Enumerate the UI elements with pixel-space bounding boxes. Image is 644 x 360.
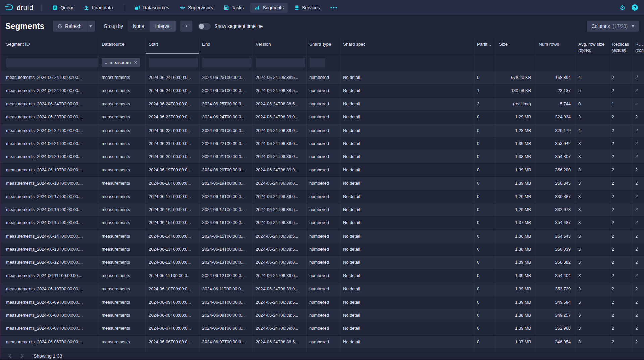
cell-segment-id[interactable]: measurements_2024-06-16T00:00:00....: [3, 203, 99, 216]
cell-end[interactable]: 2024-06-10T00:00:0...: [199, 296, 253, 309]
cell-num-rows[interactable]: 354,404: [536, 269, 576, 282]
cell-start[interactable]: 2024-06-24T00:00:0...: [146, 98, 199, 110]
cell-num-rows[interactable]: 352,968: [536, 322, 576, 335]
table-row[interactable]: measurements_2024-06-08T00:00:00.... mea…: [0, 309, 644, 322]
cell-shard-spec[interactable]: No detail: [340, 243, 474, 256]
cell-datasource[interactable]: measurements: [99, 137, 146, 150]
cell-start[interactable]: 2024-06-21T00:00:0...: [146, 137, 199, 150]
cell-size[interactable]: 1.39 MB: [496, 256, 536, 269]
cell-num-rows[interactable]: 320,179: [536, 124, 576, 137]
table-row[interactable]: measurements_2024-06-17T00:00:00.... mea…: [0, 190, 644, 203]
cell-size[interactable]: 1.39 MB: [496, 164, 536, 176]
cell-replication-factor[interactable]: 2: [633, 309, 644, 322]
table-row[interactable]: measurements_2024-06-19T00:00:00.... mea…: [0, 164, 644, 177]
cell-shard-spec[interactable]: No detail: [340, 256, 474, 269]
cell-shard-type[interactable]: numbered: [307, 111, 340, 123]
cell-datasource[interactable]: measurements: [99, 269, 146, 282]
cell-version[interactable]: 2024-06-24T06:39:0...: [253, 256, 307, 269]
cell-partition[interactable]: 0: [474, 124, 496, 137]
cell-replication-factor[interactable]: 2: [633, 71, 644, 84]
cell-partition[interactable]: 0: [474, 322, 496, 335]
cell-shard-type[interactable]: numbered: [307, 137, 340, 150]
cell-partition[interactable]: 0: [474, 269, 496, 282]
cell-num-rows[interactable]: 5,744: [536, 98, 576, 110]
cell-version[interactable]: 2024-06-24T06:39:0...: [253, 269, 307, 282]
cell-datasource[interactable]: measurements: [99, 124, 146, 137]
cell-partition[interactable]: 0: [474, 150, 496, 163]
cell-shard-spec[interactable]: No detail: [340, 84, 474, 97]
cell-version[interactable]: 2024-06-24T06:38:5...: [253, 71, 307, 84]
help-icon[interactable]: ?: [632, 4, 638, 11]
cell-start[interactable]: 2024-06-14T00:00:0...: [146, 230, 199, 243]
table-row[interactable]: measurements_2024-06-09T00:00:00.... mea…: [0, 296, 644, 309]
cell-shard-type[interactable]: numbered: [307, 269, 340, 282]
cell-segment-id[interactable]: measurements_2024-06-14T00:00:00....: [3, 230, 99, 243]
cell-datasource[interactable]: measurements: [99, 309, 146, 322]
cell-replication-factor[interactable]: 2: [633, 150, 644, 163]
cell-shard-spec[interactable]: No detail: [340, 164, 474, 176]
cell-shard-type[interactable]: numbered: [307, 282, 340, 295]
header-end[interactable]: End: [199, 37, 253, 54]
cell-shard-type[interactable]: numbered: [307, 243, 340, 256]
cell-replicas[interactable]: 2: [609, 137, 633, 150]
cell-start[interactable]: 2024-06-11T00:00:0...: [146, 269, 199, 282]
cell-partition[interactable]: 0: [474, 230, 496, 243]
cell-shard-type[interactable]: numbered: [307, 322, 340, 335]
cell-replication-factor[interactable]: 2: [633, 322, 644, 335]
table-row[interactable]: measurements_2024-06-24T00:00:00.... mea…: [0, 98, 644, 111]
cell-avg-row-size[interactable]: 3: [576, 111, 609, 123]
header-shard-spec[interactable]: Shard spec: [340, 37, 474, 54]
cell-shard-type[interactable]: numbered: [307, 150, 340, 163]
cell-avg-row-size[interactable]: 3: [576, 137, 609, 150]
cell-shard-spec[interactable]: No detail: [340, 230, 474, 243]
cell-avg-row-size[interactable]: 3: [576, 230, 609, 243]
cell-version[interactable]: 2024-06-24T06:38:5...: [253, 336, 307, 348]
cell-num-rows[interactable]: 349,594: [536, 296, 576, 309]
cell-replicas[interactable]: 2: [609, 216, 633, 229]
cell-replicas[interactable]: 2: [609, 322, 633, 335]
cell-segment-id[interactable]: measurements_2024-06-05T00:00:00....: [3, 349, 99, 352]
more-options-button[interactable]: [180, 21, 192, 32]
nav-item-supervisors[interactable]: Supervisors: [176, 3, 217, 13]
cell-replication-factor[interactable]: 2: [633, 124, 644, 137]
cell-replicas[interactable]: 2: [609, 230, 633, 243]
cell-segment-id[interactable]: measurements_2024-06-24T00:00:00....: [3, 98, 99, 110]
cell-size[interactable]: 1.39 MB: [496, 282, 536, 295]
cell-replication-factor[interactable]: 2: [633, 84, 644, 97]
cell-segment-id[interactable]: measurements_2024-06-24T00:00:00....: [3, 84, 99, 97]
header-replication-factor[interactable]: Replication factor (configured): [633, 37, 644, 54]
filter-end-input[interactable]: [202, 57, 252, 68]
cell-replication-factor[interactable]: 2: [633, 230, 644, 243]
header-version[interactable]: Version: [253, 37, 307, 54]
cell-segment-id[interactable]: measurements_2024-06-17T00:00:00....: [3, 190, 99, 203]
cell-replication-factor[interactable]: 2: [633, 111, 644, 123]
cell-end[interactable]: 2024-06-21T00:00:0...: [199, 150, 253, 163]
cell-datasource[interactable]: measurements: [99, 243, 146, 256]
cell-num-rows[interactable]: 356,382: [536, 256, 576, 269]
next-page-button[interactable]: [16, 354, 27, 358]
cell-end[interactable]: 2024-06-14T00:00:0...: [199, 243, 253, 256]
cell-end[interactable]: 2024-06-18T00:00:0...: [199, 190, 253, 203]
cell-datasource[interactable]: measurements: [99, 256, 146, 269]
header-num-rows[interactable]: Num rows: [536, 37, 576, 54]
cell-segment-id[interactable]: measurements_2024-06-09T00:00:00....: [3, 296, 99, 309]
cell-end[interactable]: 2024-06-09T00:00:0...: [199, 309, 253, 322]
table-row[interactable]: measurements_2024-06-07T00:00:00.... mea…: [0, 322, 644, 335]
cell-start[interactable]: 2024-06-19T00:00:0...: [146, 164, 199, 176]
cell-end[interactable]: 2024-06-13T00:00:0...: [199, 256, 253, 269]
cell-partition[interactable]: 0: [474, 71, 496, 84]
cell-shard-type[interactable]: numbered: [307, 177, 340, 190]
cell-replicas[interactable]: 2: [609, 124, 633, 137]
cell-shard-spec[interactable]: No detail: [340, 177, 474, 190]
cell-shard-spec[interactable]: No detail: [340, 322, 474, 335]
cell-avg-row-size[interactable]: 3: [576, 349, 609, 352]
nav-item-segments[interactable]: Segments: [250, 3, 288, 13]
cell-end[interactable]: 2024-06-23T00:00:0...: [199, 124, 253, 137]
cell-size[interactable]: 1.37 MB: [496, 336, 536, 348]
group-by-interval-button[interactable]: Interval: [150, 21, 176, 32]
cell-replicas[interactable]: 2: [609, 349, 633, 352]
cell-size[interactable]: 1.39 MB: [496, 322, 536, 335]
cell-start[interactable]: 2024-06-24T00:00:0...: [146, 84, 199, 97]
cell-segment-id[interactable]: measurements_2024-06-18T00:00:00....: [3, 177, 99, 190]
cell-replicas[interactable]: 2: [609, 71, 633, 84]
